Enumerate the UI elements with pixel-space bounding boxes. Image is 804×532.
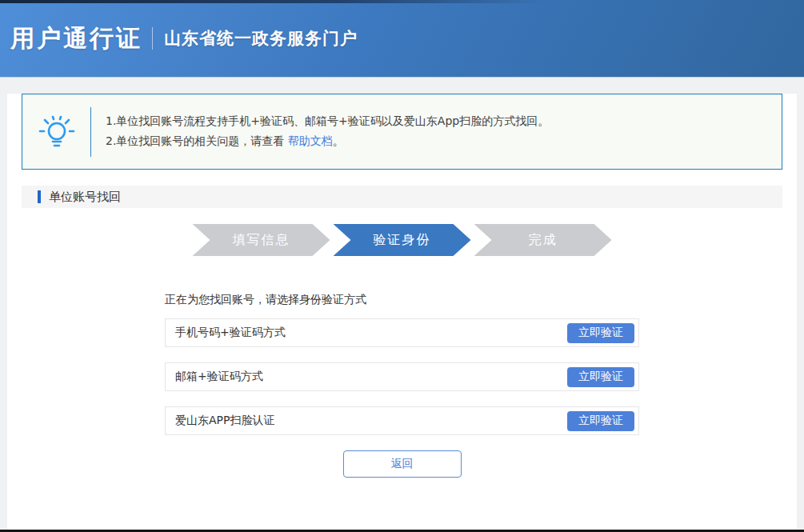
method-row-email: 邮箱+验证码方式 立即验证 bbox=[165, 362, 639, 391]
notice-line-2: 2.单位找回账号的相关问题，请查看 帮助文档。 bbox=[106, 134, 549, 149]
method-row-phone: 手机号码+验证码方式 立即验证 bbox=[165, 318, 639, 347]
step-indicator: 填写信息 验证身份 完成 bbox=[7, 224, 797, 256]
notice-text: 1.单位找回账号流程支持手机+验证码、邮箱号+验证码以及爱山东App扫脸的方式找… bbox=[91, 109, 549, 154]
lightbulb-icon bbox=[22, 111, 90, 153]
notice-line-1: 1.单位找回账号流程支持手机+验证码、邮箱号+验证码以及爱山东App扫脸的方式找… bbox=[106, 114, 549, 129]
portal-subtitle: 山东省统一政务服务门户 bbox=[164, 27, 358, 50]
method-label: 邮箱+验证码方式 bbox=[175, 370, 263, 384]
method-row-face-scan: 爱山东APP扫脸认证 立即验证 bbox=[165, 406, 639, 435]
method-list: 正在为您找回账号，请选择身份验证方式 手机号码+验证码方式 立即验证 邮箱+验证… bbox=[165, 293, 639, 478]
brand-title: 用户通行证 bbox=[10, 22, 142, 55]
page: 用户通行证 山东省统一政务服务门户 1.单位找回账 bbox=[0, 0, 804, 532]
section-accent-bar bbox=[38, 190, 41, 203]
verify-prompt: 正在为您找回账号，请选择身份验证方式 bbox=[165, 293, 639, 307]
step-complete: 完成 bbox=[474, 224, 612, 256]
notice-box: 1.单位找回账号流程支持手机+验证码、邮箱号+验证码以及爱山东App扫脸的方式找… bbox=[22, 94, 782, 170]
back-button[interactable]: 返回 bbox=[343, 450, 462, 478]
verify-now-button-email[interactable]: 立即验证 bbox=[567, 367, 634, 387]
section-title: 单位账号找回 bbox=[49, 190, 121, 205]
method-label: 爱山东APP扫脸认证 bbox=[175, 414, 274, 428]
step-fill-info: 填写信息 bbox=[193, 224, 330, 256]
header-divider bbox=[152, 27, 153, 50]
back-button-area: 返回 bbox=[165, 450, 639, 478]
help-doc-link[interactable]: 帮助文档 bbox=[288, 134, 333, 147]
section-header: 单位账号找回 bbox=[22, 186, 782, 208]
verify-now-button-face[interactable]: 立即验证 bbox=[567, 411, 634, 431]
header-top-edge bbox=[0, 0, 804, 3]
content-card: 1.单位找回账号流程支持手机+验证码、邮箱号+验证码以及爱山东App扫脸的方式找… bbox=[7, 94, 797, 530]
app-header: 用户通行证 山东省统一政务服务门户 bbox=[0, 0, 804, 78]
step-verify-identity: 验证身份 bbox=[334, 224, 471, 256]
verify-now-button-phone[interactable]: 立即验证 bbox=[567, 323, 634, 343]
method-label: 手机号码+验证码方式 bbox=[175, 326, 286, 340]
